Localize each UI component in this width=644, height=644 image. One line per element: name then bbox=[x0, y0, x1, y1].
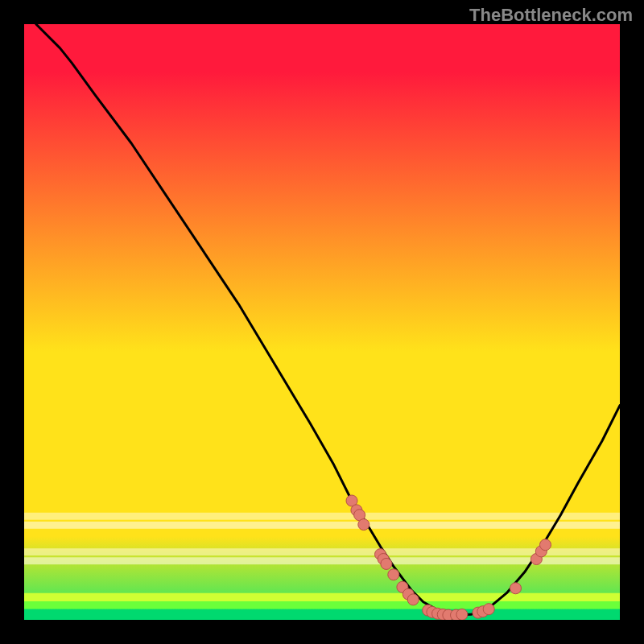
gradient-background bbox=[24, 24, 620, 620]
data-marker bbox=[388, 569, 399, 580]
data-marker bbox=[381, 558, 392, 569]
data-marker bbox=[407, 594, 419, 605]
highlight-band bbox=[24, 522, 620, 529]
data-marker bbox=[510, 583, 522, 594]
watermark-text: TheBottleneck.com bbox=[469, 5, 633, 26]
green-band bbox=[24, 609, 620, 620]
data-marker bbox=[456, 609, 468, 620]
data-marker bbox=[358, 519, 369, 530]
data-marker bbox=[483, 604, 494, 615]
plot-area bbox=[24, 24, 620, 620]
chart-svg bbox=[24, 24, 620, 620]
green-band bbox=[24, 593, 620, 601]
data-marker bbox=[540, 539, 551, 551]
highlight-band bbox=[24, 513, 620, 520]
green-band bbox=[24, 601, 620, 609]
chart-frame: TheBottleneck.com bbox=[0, 0, 644, 644]
highlight-band bbox=[24, 548, 620, 555]
